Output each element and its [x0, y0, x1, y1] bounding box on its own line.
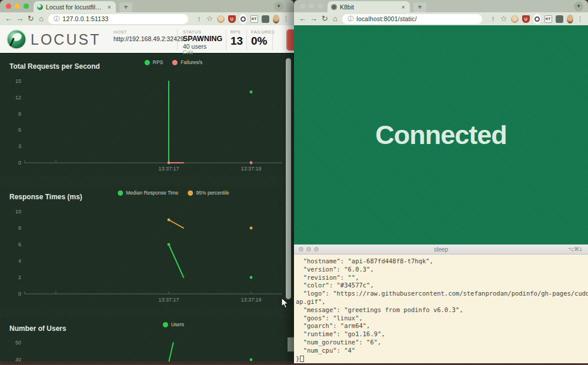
host-value: http://192.168.49.2:32429: [113, 35, 184, 42]
svg-text:6: 6: [18, 127, 21, 133]
failures-group: FAILURES 0%: [251, 29, 275, 48]
forward-button[interactable]: →: [16, 14, 24, 24]
reload-button[interactable]: ↻: [321, 14, 328, 24]
tab-bar: K8bit × + ▾: [294, 0, 588, 12]
share-icon[interactable]: ↑: [489, 14, 496, 24]
site-info-icon[interactable]: ⓘ: [348, 15, 353, 23]
terminal-output[interactable]: "hostname": "api-687fd448f8-t7hqk", "ver…: [294, 255, 588, 363]
url-text: 127.0.0.1:51133: [62, 15, 108, 22]
extension-ublock-icon[interactable]: U: [228, 15, 236, 23]
address-bar[interactable]: ⓘ 127.0.0.1:51133: [48, 14, 188, 24]
rps-group: RPS 13: [230, 29, 243, 48]
terminal-title: sleep: [434, 246, 448, 253]
k8bit-status-page: Connected: [294, 25, 588, 245]
host-group: HOST http://192.168.49.2:32429: [113, 29, 184, 42]
chart-response-times: Response Times (ms) Median Response Time…: [0, 186, 294, 307]
svg-text:12: 12: [15, 95, 21, 101]
rps-chart: 13:37:1713:37:1903691215: [0, 56, 294, 176]
new-tab-button[interactable]: +: [413, 2, 426, 12]
tab-locust[interactable]: Locust for locustfile.py ×: [34, 1, 116, 12]
extensions-puzzle-icon[interactable]: [556, 15, 563, 23]
tab-title: K8bit: [340, 4, 397, 11]
extension-ublock-icon[interactable]: U: [522, 15, 530, 23]
svg-text:9: 9: [18, 111, 21, 117]
home-button[interactable]: ⌂: [332, 14, 339, 24]
rps-value: 13: [230, 35, 243, 48]
connection-status: Connected: [375, 120, 507, 150]
profile-avatar[interactable]: [567, 15, 573, 24]
stop-button[interactable]: [286, 29, 294, 51]
scrollbar-fragment[interactable]: [288, 337, 294, 351]
terminal-titlebar: sleep ⌥⌘1: [294, 245, 588, 255]
extension-pug-icon[interactable]: [217, 15, 225, 23]
window-controls[interactable]: [0, 4, 34, 9]
svg-text:13:37:19: 13:37:19: [240, 297, 261, 303]
svg-text:0: 0: [18, 291, 21, 297]
extensions-puzzle-icon[interactable]: [262, 15, 269, 23]
extension-kt-icon[interactable]: KT: [544, 15, 552, 23]
locust-header: LOCUST HOST http://192.168.49.2:32429 ST…: [0, 25, 294, 54]
minimize-window-button[interactable]: [306, 247, 311, 252]
rps-label: RPS: [230, 29, 243, 35]
extension-active-icon[interactable]: [239, 14, 247, 24]
extension-pug-icon[interactable]: [511, 15, 519, 23]
extension-kt-icon[interactable]: KT: [250, 15, 258, 23]
home-button[interactable]: ⌂: [38, 14, 45, 24]
host-label: HOST: [113, 29, 184, 35]
new-tab-button[interactable]: +: [119, 2, 132, 12]
tab-overflow-button[interactable]: ▾: [574, 2, 583, 11]
reload-button[interactable]: ↻: [27, 14, 34, 24]
zoom-window-button[interactable]: [24, 4, 29, 9]
bookmark-star-icon[interactable]: ☆: [206, 14, 213, 24]
locust-favicon-icon: [37, 4, 43, 10]
svg-text:10: 10: [15, 209, 21, 215]
browser-toolbar: ← → ↻ ⌂ ⓘ localhost:8001/static/ ↑ ☆ U K…: [294, 12, 588, 25]
extension-active-icon[interactable]: [533, 14, 541, 24]
svg-text:2: 2: [18, 274, 21, 280]
svg-text:13:37:19: 13:37:19: [240, 166, 261, 172]
status-group: STATUS SPAWNING 40 users Edit: [183, 29, 222, 56]
tab-k8bit[interactable]: K8bit ×: [328, 1, 410, 12]
locust-logo-icon: [6, 29, 27, 50]
site-info-icon[interactable]: ⓘ: [54, 15, 59, 23]
svg-text:3: 3: [18, 143, 21, 149]
back-button[interactable]: ←: [299, 14, 306, 24]
browser-menu-icon[interactable]: ⋮: [283, 15, 289, 23]
chart-number-of-users: Number of Users Users 4050: [0, 318, 294, 361]
mouse-cursor: [280, 297, 290, 309]
svg-text:13:37:17: 13:37:17: [158, 166, 179, 172]
zoom-window-button[interactable]: [314, 247, 319, 252]
close-tab-icon[interactable]: ×: [400, 4, 406, 11]
share-icon[interactable]: ↑: [195, 14, 202, 24]
terminal-window-controls[interactable]: [294, 247, 319, 252]
profile-avatar[interactable]: [273, 15, 279, 24]
status-label: STATUS: [183, 29, 222, 35]
close-tab-icon[interactable]: ×: [106, 4, 112, 11]
browser-menu-icon[interactable]: ⋮: [577, 15, 583, 23]
zoom-window-button[interactable]: [318, 4, 323, 9]
close-window-button[interactable]: [6, 4, 11, 9]
minimize-window-button[interactable]: [309, 4, 314, 9]
forward-button[interactable]: →: [310, 14, 318, 24]
locust-dashboard: Total Requests per Second RPSFailures/s …: [0, 54, 294, 361]
minimize-window-button[interactable]: [15, 4, 20, 9]
back-button[interactable]: ←: [5, 14, 12, 24]
svg-text:40: 40: [15, 357, 21, 361]
locust-browser-window: Locust for locustfile.py × + ▾ ← → ↻ ⌂ ⓘ…: [0, 0, 294, 361]
k8bit-favicon-icon: [331, 4, 337, 10]
window-controls[interactable]: [294, 4, 328, 9]
svg-text:8: 8: [18, 225, 21, 231]
terminal-window: sleep ⌥⌘1 "hostname": "api-687fd448f8-t7…: [294, 245, 588, 363]
page-scrollbar[interactable]: [286, 58, 291, 299]
tab-bar: Locust for locustfile.py × + ▾: [0, 0, 294, 12]
address-bar[interactable]: ⓘ localhost:8001/static/: [342, 14, 482, 24]
close-window-button[interactable]: [299, 247, 303, 252]
svg-text:15: 15: [15, 78, 21, 84]
svg-text:0: 0: [18, 160, 21, 166]
tab-overflow-button[interactable]: ▾: [274, 2, 283, 11]
url-text: localhost:8001/static/: [356, 15, 416, 22]
svg-text:4: 4: [18, 258, 21, 264]
users-chart: 4050: [0, 318, 294, 361]
bookmark-star-icon[interactable]: ☆: [500, 14, 507, 24]
close-window-button[interactable]: [300, 4, 305, 9]
